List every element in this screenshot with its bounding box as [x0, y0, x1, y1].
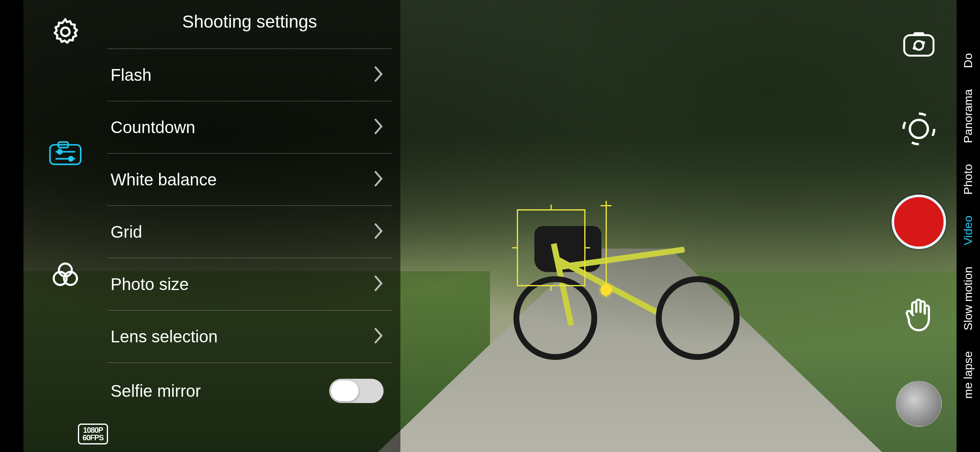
settings-category-sidebar — [23, 0, 107, 452]
shooting-settings-panel: Shooting settings Flash Countdown White … — [23, 0, 400, 452]
chevron-right-icon — [372, 65, 384, 85]
setting-row-selfie-mirror[interactable]: Selfie mirror — [107, 362, 392, 419]
letterbox-left — [0, 0, 23, 452]
exposure-slider-track[interactable] — [606, 201, 607, 297]
mode-item-slow-motion[interactable]: Slow motion — [962, 267, 975, 331]
camera-controls-rail — [881, 0, 957, 452]
focus-ring-icon[interactable] — [900, 110, 938, 148]
setting-row-grid[interactable]: Grid — [107, 205, 392, 258]
setting-label: Lens selection — [111, 327, 218, 346]
camera-sliders-icon[interactable] — [49, 136, 82, 170]
gallery-thumbnail[interactable] — [896, 381, 942, 427]
gear-icon[interactable] — [49, 15, 82, 49]
svg-point-4 — [58, 150, 62, 154]
setting-row-countdown[interactable]: Countdown — [107, 101, 392, 153]
toggle-knob — [331, 380, 358, 401]
setting-label: Selfie mirror — [111, 382, 201, 401]
svg-point-11 — [910, 120, 928, 138]
setting-row-lens-selection[interactable]: Lens selection — [107, 310, 392, 362]
svg-rect-10 — [904, 35, 934, 56]
mode-item-panorama[interactable]: Panorama — [962, 89, 975, 143]
resolution-line2: 60FPS — [83, 434, 103, 442]
setting-row-flash[interactable]: Flash — [107, 49, 392, 101]
mode-item-document[interactable]: Do — [962, 53, 975, 68]
svg-point-6 — [69, 157, 73, 161]
setting-row-white-balance[interactable]: White balance — [107, 153, 392, 205]
settings-panel-title: Shooting settings — [107, 0, 392, 49]
mode-item-video[interactable]: Video — [962, 216, 975, 245]
mode-selector-rail: Do Panorama Photo Video Slow motion me l… — [957, 0, 980, 452]
color-filters-icon[interactable] — [49, 258, 82, 291]
resolution-badge[interactable]: 1080P 60FPS — [78, 424, 108, 444]
chevron-right-icon — [372, 222, 384, 242]
chevron-right-icon — [372, 274, 384, 294]
setting-label: Grid — [111, 223, 142, 241]
record-button[interactable] — [892, 195, 946, 249]
mode-item-photo[interactable]: Photo — [962, 164, 975, 195]
switch-camera-icon[interactable] — [900, 25, 938, 63]
settings-list: Shooting settings Flash Countdown White … — [107, 0, 400, 452]
chevron-right-icon — [372, 117, 384, 137]
setting-label: Countdown — [111, 118, 195, 137]
exposure-slider-thumb[interactable] — [601, 285, 611, 295]
resolution-line1: 1080P — [83, 426, 103, 434]
setting-label: Flash — [111, 66, 152, 85]
focus-indicator[interactable] — [517, 209, 585, 286]
chevron-right-icon — [372, 170, 384, 190]
exposure-slider-tick — [601, 205, 611, 206]
setting-label: White balance — [111, 170, 217, 189]
palm-gesture-icon[interactable] — [900, 296, 938, 334]
svg-point-0 — [61, 28, 70, 36]
mode-item-time-lapse[interactable]: me lapse — [962, 351, 975, 399]
selfie-mirror-toggle[interactable] — [329, 379, 384, 403]
setting-label: Photo size — [111, 275, 189, 294]
setting-row-photo-size[interactable]: Photo size — [107, 258, 392, 310]
chevron-right-icon — [372, 326, 384, 347]
